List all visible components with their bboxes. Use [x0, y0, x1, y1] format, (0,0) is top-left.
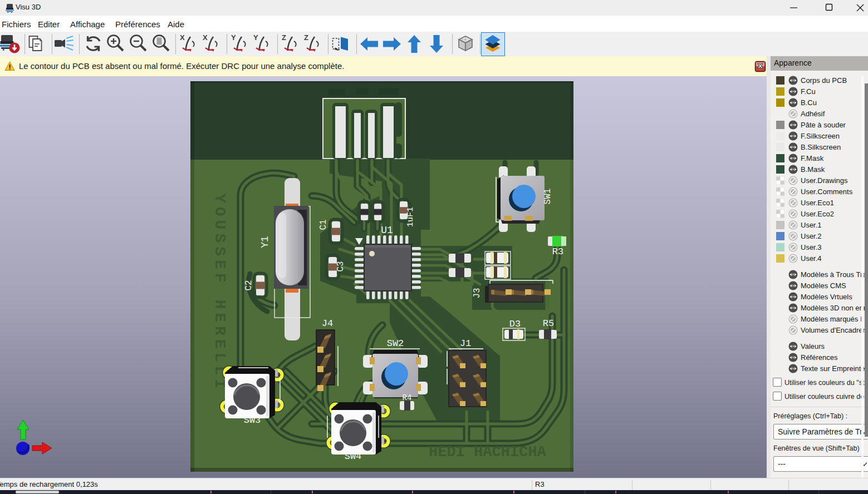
svg-text:C3: C3	[336, 261, 346, 271]
svg-text:SW1: SW1	[543, 189, 553, 205]
svg-text:R4: R4	[403, 393, 412, 402]
svg-text:Y: Y	[253, 33, 258, 42]
svg-text:SW2: SW2	[387, 338, 404, 349]
svg-text:Z: Z	[304, 33, 308, 42]
svg-text:X: X	[180, 33, 185, 42]
svg-text:R5: R5	[543, 318, 554, 329]
svg-text:X: X	[203, 33, 208, 42]
svg-text:SW3: SW3	[244, 415, 261, 426]
svg-text:D3: D3	[509, 319, 521, 329]
svg-text:J1: J1	[460, 338, 471, 349]
svg-text:J3: J3	[472, 288, 482, 298]
svg-text:Y: Y	[231, 33, 236, 42]
svg-text:Z: Z	[282, 33, 286, 42]
svg-text:Y1: Y1	[259, 236, 271, 248]
svg-text:U1: U1	[381, 225, 393, 236]
svg-text:R3: R3	[552, 246, 563, 257]
svg-text:SW4: SW4	[345, 451, 362, 462]
svg-text:J4: J4	[322, 318, 333, 329]
svg-text:C1: C1	[318, 219, 328, 230]
svg-text:HEDI HACHICHA: HEDI HACHICHA	[429, 444, 546, 461]
svg-text:C2: C2	[244, 280, 254, 290]
svg-text:YOUSSEF HERELLI: YOUSSEF HERELLI	[211, 194, 228, 392]
svg-text:1uF1: 1uF1	[406, 207, 415, 227]
